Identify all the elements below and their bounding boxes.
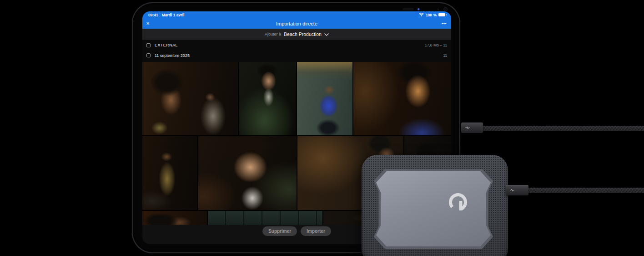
add-to-value: Beach Production bbox=[284, 31, 322, 37]
more-options-button[interactable]: ••• bbox=[442, 21, 447, 26]
add-to-dropdown[interactable]: Ajouter à Beach Production bbox=[142, 29, 451, 40]
usb-cable-top bbox=[482, 126, 644, 131]
date-checkbox[interactable] bbox=[146, 53, 151, 57]
ssd-plate bbox=[376, 171, 491, 246]
status-time: 09:41 bbox=[148, 13, 158, 17]
import-button[interactable]: Importer bbox=[301, 226, 331, 236]
photo-grid-row bbox=[142, 62, 451, 135]
chevron-down-icon bbox=[324, 33, 329, 36]
title-bar: ✕ Importation directe ••• bbox=[142, 18, 451, 29]
external-ssd-drive bbox=[362, 155, 508, 256]
photo-thumbnail[interactable] bbox=[142, 62, 238, 135]
section-label: EXTERNAL bbox=[155, 43, 178, 47]
battery-percent: 100 % bbox=[426, 13, 437, 17]
usb-connector-bottom bbox=[506, 185, 528, 195]
photo-thumbnail[interactable] bbox=[208, 211, 322, 225]
photo-thumbnail[interactable] bbox=[239, 62, 296, 135]
ssd-plate-bevel bbox=[374, 169, 493, 249]
battery-icon bbox=[438, 13, 445, 16]
front-camera-icon bbox=[418, 8, 420, 10]
photo-thumbnail[interactable] bbox=[142, 136, 197, 210]
camera-sensor-dot bbox=[438, 9, 439, 10]
close-button[interactable]: ✕ bbox=[146, 21, 150, 26]
connector-logo-icon bbox=[465, 126, 470, 129]
external-checkbox[interactable] bbox=[146, 43, 151, 47]
camera-sensor-pill bbox=[402, 8, 414, 10]
section-meta: 11 bbox=[443, 53, 447, 58]
photo-thumbnail[interactable] bbox=[353, 62, 451, 135]
usb-cable-bottom bbox=[528, 188, 644, 193]
add-to-label: Ajouter à bbox=[265, 32, 281, 36]
connector-logo-icon bbox=[510, 189, 514, 192]
section-meta: 17,6 Mo – 11 bbox=[425, 43, 447, 47]
photo-thumbnail[interactable] bbox=[142, 211, 207, 225]
wifi-icon bbox=[419, 13, 424, 17]
usb-connector-top bbox=[461, 123, 483, 133]
scene: 09:41 Mardi 1 avril 100 % ✕ Importation … bbox=[0, 0, 644, 256]
section-row-date[interactable]: 11 septembre 2025 11 bbox=[142, 50, 451, 61]
status-bar: 09:41 Mardi 1 avril 100 % bbox=[142, 11, 451, 18]
page-title: Importation directe bbox=[276, 21, 317, 26]
photo-thumbnail[interactable] bbox=[198, 136, 297, 210]
import-source-list: EXTERNAL 17,6 Mo – 11 11 septembre 2025 … bbox=[142, 40, 451, 62]
photo-thumbnail[interactable] bbox=[297, 62, 352, 135]
section-label: 11 septembre 2025 bbox=[155, 53, 190, 58]
status-date: Mardi 1 avril bbox=[162, 13, 185, 17]
g-drive-logo-icon bbox=[447, 191, 469, 213]
camera-lens bbox=[443, 7, 448, 11]
section-row-external[interactable]: EXTERNAL 17,6 Mo – 11 bbox=[142, 40, 451, 50]
delete-button[interactable]: Supprimer bbox=[262, 226, 297, 236]
